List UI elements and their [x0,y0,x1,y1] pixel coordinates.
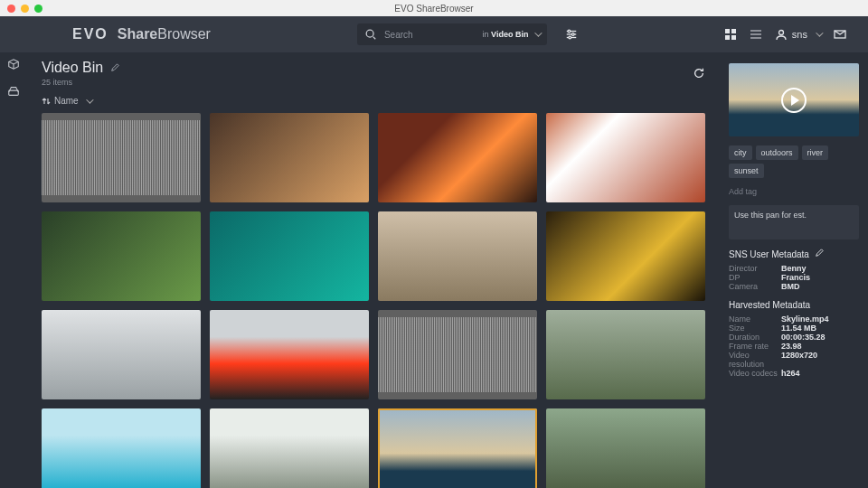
user-label: sns [792,29,807,40]
logo-mark: EVO [72,26,108,42]
metadata-key: Name [729,314,781,324]
inspector-panel: cityoutdoorsriversunset Add tag Use this… [720,52,868,488]
search-placeholder: Search [384,30,413,40]
metadata-value: 1280x720 [781,351,817,369]
metadata-key: Camera [729,282,781,291]
package-icon[interactable] [7,58,20,74]
chevron-down-icon [816,29,823,36]
metadata-value: 00:00:35.28 [781,333,826,342]
content-area: Video Bin 25 items Name [27,52,720,488]
add-tag-button[interactable]: Add tag [729,187,859,196]
list-view-button[interactable] [750,28,762,41]
app-header: EVO ShareBrowser Search in Video Bin sns [0,16,868,52]
tag-list: cityoutdoorsriversunset [729,145,859,178]
window-minimize-button[interactable] [21,5,29,13]
app-logo: EVO ShareBrowser [72,26,211,42]
sort-label: Name [54,96,79,106]
thumbnail[interactable] [42,113,201,202]
harvested-metadata-heading: Harvested Metadata [729,300,859,310]
play-icon[interactable] [781,88,807,113]
svg-rect-11 [731,35,736,40]
metadata-key: DP [729,273,781,282]
user-menu[interactable]: sns [775,28,821,41]
metadata-row: Duration00:00:35.28 [729,333,859,342]
svg-point-6 [571,33,574,36]
window-close-button[interactable] [7,5,15,13]
svg-point-7 [569,36,571,39]
metadata-key: Duration [729,333,781,342]
tag[interactable]: outdoors [756,145,798,160]
user-icon [775,28,788,41]
svg-point-0 [366,30,373,37]
thumbnail[interactable] [42,211,201,301]
metadata-value: 11.54 MB [781,324,816,333]
thumbnail[interactable] [210,211,369,301]
search-scope[interactable]: in Video Bin [483,30,540,39]
metadata-value: Francis [781,273,810,282]
grid-view-button[interactable] [724,28,737,41]
tag[interactable]: sunset [729,164,764,178]
metadata-row: Video codecsh264 [729,369,859,378]
drive-icon[interactable] [7,85,20,101]
chevron-down-icon [534,29,542,36]
thumbnail[interactable] [378,211,537,301]
thumbnail[interactable] [42,310,201,399]
note-field[interactable]: Use this pan for est. [729,205,859,239]
window-title: EVO ShareBrowser [394,4,473,14]
svg-rect-10 [725,35,730,40]
svg-rect-9 [731,29,736,33]
svg-rect-17 [9,90,19,95]
metadata-key: Director [729,264,781,273]
metadata-row: DPFrancis [729,273,859,282]
search-input[interactable]: Search in Video Bin [357,23,547,45]
thumbnail[interactable] [42,408,201,488]
thumbnail[interactable] [546,113,705,202]
thumbnail[interactable] [210,113,369,202]
page-title: Video Bin [42,60,103,76]
thumbnail[interactable] [378,113,537,202]
thumbnail[interactable] [546,211,705,301]
metadata-row: DirectorBenny [729,264,859,273]
metadata-key: Size [729,324,781,333]
metadata-key: Frame rate [729,342,781,351]
search-icon [364,28,377,41]
item-count: 25 items [42,78,119,87]
thumbnail[interactable] [210,310,369,399]
metadata-row: Size11.54 MB [729,324,859,333]
thumbnail[interactable] [210,408,369,488]
thumbnail[interactable] [378,310,537,399]
metadata-value: BMD [781,282,800,291]
chevron-down-icon [86,96,93,103]
edit-metadata-button[interactable] [815,249,824,259]
metadata-row: Frame rate23.98 [729,342,859,351]
filter-button[interactable] [565,28,578,41]
thumbnail[interactable] [546,408,705,488]
sort-control[interactable]: Name [42,96,705,106]
mail-icon[interactable] [834,28,846,41]
window-titlebar: EVO ShareBrowser [0,0,868,16]
preview-player[interactable] [729,63,859,136]
svg-point-5 [568,30,571,33]
thumbnail[interactable] [378,408,537,488]
metadata-key: Video codecs [729,369,781,378]
thumbnail[interactable] [546,310,705,399]
metadata-row: Video resolution1280x720 [729,351,859,369]
svg-point-15 [778,31,783,35]
tag[interactable]: river [802,145,829,160]
window-zoom-button[interactable] [34,5,42,13]
logo-text: ShareBrowser [118,26,211,42]
user-metadata-heading: SNS User Metadata [729,249,809,259]
metadata-row: NameSkyline.mp4 [729,314,859,324]
metadata-value: h264 [781,369,800,378]
edit-title-button[interactable] [110,60,119,76]
thumbnail-grid [42,113,705,488]
metadata-value: 23.98 [781,342,802,351]
metadata-key: Video resolution [729,351,781,369]
tag[interactable]: city [729,145,752,160]
metadata-row: CameraBMD [729,282,859,291]
metadata-value: Benny [781,264,807,273]
refresh-button[interactable] [693,67,705,80]
svg-line-1 [373,37,376,40]
metadata-value: Skyline.mp4 [781,314,829,324]
sidebar [0,52,27,101]
